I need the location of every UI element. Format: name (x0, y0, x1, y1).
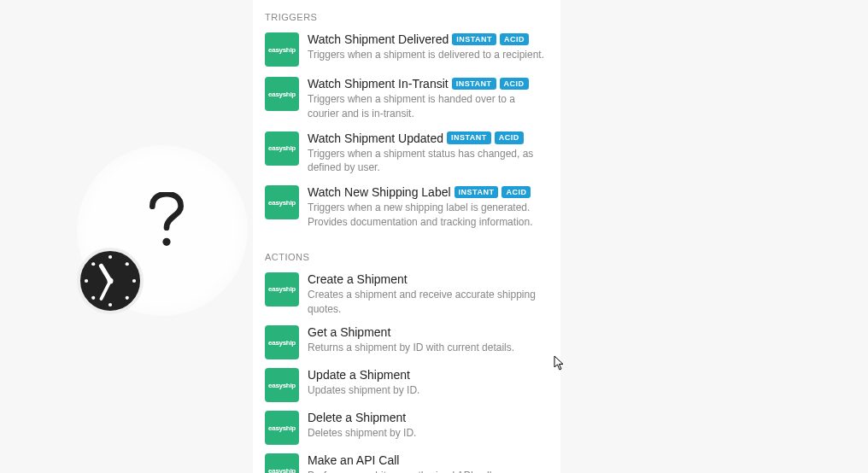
acid-badge: ACID (500, 33, 529, 46)
svg-line-10 (102, 281, 111, 299)
item-title: Watch New Shipping Label (308, 185, 451, 199)
item-description: Returns a shipment by ID with current de… (308, 341, 548, 355)
item-description: Updates shipment by ID. (308, 383, 548, 398)
action-item-create-a-shipment[interactable]: easyship Create a Shipment Creates a shi… (253, 267, 560, 322)
item-title: Delete a Shipment (308, 411, 406, 424)
easyship-icon: easyship (265, 32, 299, 67)
easyship-icon: easyship (265, 368, 299, 402)
item-description: Performs an arbitrary authorized API cal… (308, 469, 548, 473)
item-description: Triggers when a shipment status has chan… (308, 147, 548, 176)
svg-point-8 (126, 296, 129, 300)
module-picker-panel: TRIGGERS easyship Watch Shipment Deliver… (253, 0, 560, 473)
svg-point-11 (108, 278, 114, 284)
cursor-icon (554, 355, 566, 371)
trigger-item-watch-shipment-delivered[interactable]: easyship Watch Shipment Delivered INSTAN… (253, 27, 560, 72)
acid-badge: ACID (495, 131, 524, 144)
item-title: Get a Shipment (308, 325, 390, 339)
easyship-icon: easyship (265, 131, 299, 166)
svg-point-3 (85, 279, 88, 283)
acid-badge: ACID (501, 186, 531, 199)
svg-point-2 (108, 303, 112, 307)
item-title: Make an API Call (308, 453, 399, 467)
action-item-make-an-api-call[interactable]: easyship Make an API Call Performs an ar… (253, 449, 560, 473)
svg-point-1 (108, 255, 112, 259)
easyship-icon: easyship (265, 411, 299, 445)
easyship-icon: easyship (265, 77, 299, 111)
instant-badge: INSTANT (455, 186, 499, 199)
trigger-item-watch-shipment-in-transit[interactable]: easyship Watch Shipment In-Transit INSTA… (253, 72, 560, 126)
item-title: Watch Shipment Updated (308, 131, 443, 145)
item-title: Update a Shipment (308, 368, 410, 382)
easyship-icon: easyship (265, 185, 299, 219)
instant-badge: INSTANT (452, 78, 496, 91)
action-item-update-a-shipment[interactable]: easyship Update a Shipment Updates shipm… (253, 364, 560, 406)
item-description: Creates a shipment and receive accurate … (308, 288, 548, 317)
triggers-section-header: TRIGGERS (253, 9, 560, 27)
question-mark-icon (145, 192, 188, 256)
trigger-item-watch-shipment-updated[interactable]: easyship Watch Shipment Updated INSTANT … (253, 126, 560, 181)
actions-section-header: ACTIONS (253, 248, 560, 267)
easyship-icon: easyship (265, 453, 299, 473)
item-description: Triggers when a new shipping label is ge… (308, 201, 548, 230)
clock-icon (77, 248, 144, 314)
svg-point-7 (91, 262, 95, 266)
item-description: Triggers when a shipment is delivered to… (308, 48, 548, 62)
easyship-icon: easyship (265, 272, 299, 307)
item-title: Create a Shipment (308, 272, 408, 286)
trigger-item-watch-new-shipping-label[interactable]: easyship Watch New Shipping Label INSTAN… (253, 180, 560, 235)
svg-point-4 (132, 279, 136, 283)
instant-badge: INSTANT (452, 33, 496, 46)
empty-state-illustration (77, 145, 248, 316)
svg-point-5 (126, 262, 129, 266)
action-item-get-a-shipment[interactable]: easyship Get a Shipment Returns a shipme… (253, 321, 560, 364)
item-title: Watch Shipment In-Transit (308, 77, 449, 91)
svg-point-0 (162, 238, 170, 246)
acid-badge: ACID (500, 78, 529, 91)
instant-badge: INSTANT (447, 131, 491, 144)
item-title: Watch Shipment Delivered (308, 32, 449, 46)
action-item-delete-a-shipment[interactable]: easyship Delete a Shipment Deletes shipm… (253, 406, 560, 449)
svg-point-6 (91, 296, 95, 300)
item-description: Triggers when a shipment is handed over … (308, 92, 548, 121)
easyship-icon: easyship (265, 325, 299, 359)
item-description: Deletes shipment by ID. (308, 426, 548, 441)
